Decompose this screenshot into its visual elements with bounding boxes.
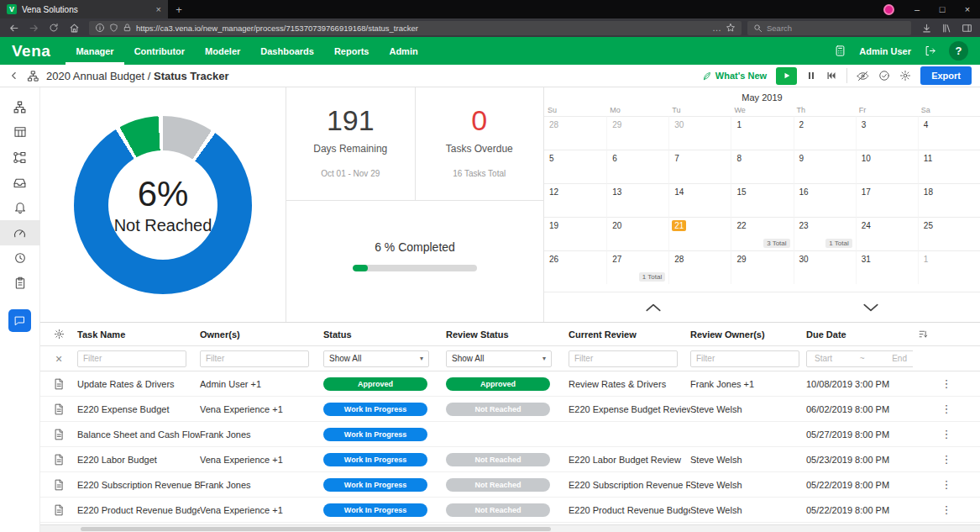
calendar-expand-button[interactable]: [763, 292, 980, 322]
maximize-button[interactable]: □: [930, 0, 955, 18]
row-menu-kebab-icon[interactable]: ⋮: [941, 504, 952, 515]
calendar-day-cell[interactable]: 24: [856, 217, 918, 250]
nav-item-manager[interactable]: Manager: [66, 37, 123, 65]
column-header-status[interactable]: Status: [323, 329, 446, 340]
column-header-owners[interactable]: Owner(s): [200, 329, 323, 340]
back-button[interactable]: [4, 20, 23, 35]
calendar-day-cell[interactable]: 3: [856, 116, 918, 150]
calendar-day-cell[interactable]: 231 Total: [794, 217, 856, 250]
calendar-collapse-button[interactable]: [544, 292, 763, 322]
nav-item-modeler[interactable]: Modeler: [195, 37, 250, 65]
horizontal-scrollbar[interactable]: [40, 524, 980, 532]
calendar-day-cell[interactable]: 6: [606, 150, 668, 183]
reload-button[interactable]: [45, 20, 63, 35]
nav-item-reports[interactable]: Reports: [324, 37, 380, 65]
search-bar[interactable]: [747, 21, 911, 35]
calendar-day-cell[interactable]: 5: [544, 150, 606, 183]
calendar-day-cell[interactable]: 9: [794, 150, 856, 183]
calendar-day-cell[interactable]: 20: [606, 217, 668, 250]
logout-button[interactable]: [924, 45, 936, 57]
vena-logo[interactable]: Vena: [12, 42, 50, 61]
account-avatar[interactable]: [883, 4, 894, 15]
calendar-day-cell[interactable]: 15: [731, 183, 793, 217]
calendar-day-cell[interactable]: 21: [668, 217, 731, 250]
minimize-button[interactable]: –: [904, 0, 930, 18]
calendar-day-cell[interactable]: 19: [544, 217, 606, 250]
calendar-day-cell[interactable]: 13: [606, 183, 668, 217]
row-menu-kebab-icon[interactable]: ⋮: [941, 479, 952, 490]
settings-button[interactable]: [899, 70, 911, 82]
calendar-day-cell[interactable]: 30: [794, 250, 856, 284]
sort-button[interactable]: [918, 329, 929, 340]
info-icon[interactable]: [95, 23, 105, 33]
sidebar-item-alerts[interactable]: [0, 195, 40, 220]
task-name-filter-input[interactable]: [77, 350, 186, 367]
task-row[interactable]: E220 Product Revenue BudgetVena Experien…: [40, 498, 980, 523]
new-tab-button[interactable]: +: [168, 0, 190, 18]
task-row[interactable]: E220 Labor BudgetVena Experience +1Work …: [40, 447, 980, 472]
browser-tab[interactable]: V Vena Solutions ×: [0, 0, 168, 18]
page-actions-icon[interactable]: …: [712, 24, 721, 33]
library-button[interactable]: [937, 20, 956, 35]
home-button[interactable]: [65, 20, 83, 35]
whats-new-link[interactable]: What's New: [702, 71, 767, 81]
page-back-button[interactable]: [8, 70, 20, 82]
sidebar-item-status-tracker[interactable]: [0, 220, 40, 245]
current-review-filter-input[interactable]: [569, 350, 678, 367]
review-status-filter-select[interactable]: Show All ▾: [446, 350, 552, 367]
calendar-day-cell[interactable]: 29: [731, 250, 793, 284]
hide-tasks-button[interactable]: [857, 70, 869, 82]
calendar-day-cell[interactable]: 31: [856, 250, 918, 284]
calendar-day-cell[interactable]: 16: [794, 183, 856, 217]
pause-button[interactable]: [806, 71, 816, 81]
file-icon[interactable]: [53, 454, 65, 466]
url-text[interactable]: https://ca3.vena.io/new_manager/process/…: [136, 24, 708, 33]
review-owner-filter-input[interactable]: [690, 350, 799, 367]
bookmark-star-icon[interactable]: [726, 23, 736, 33]
column-header-review-status[interactable]: Review Status: [446, 329, 569, 340]
calendar-day-cell[interactable]: 14: [668, 183, 731, 217]
sidebar-item-history[interactable]: [0, 245, 40, 271]
task-row[interactable]: E220 Expense BudgetVena Experience +1Wor…: [40, 397, 980, 422]
calendar-day-cell[interactable]: 10: [856, 150, 918, 183]
calendar-day-cell[interactable]: 8: [731, 150, 793, 183]
shield-icon[interactable]: [109, 23, 118, 33]
row-menu-kebab-icon[interactable]: ⋮: [941, 429, 952, 440]
calendar-total-badge[interactable]: 1 Total: [825, 239, 852, 248]
close-button[interactable]: ×: [955, 0, 980, 18]
scrollbar-thumb[interactable]: [81, 527, 551, 531]
column-header-review-owners[interactable]: Review Owner(s): [690, 329, 806, 340]
row-menu-kebab-icon[interactable]: ⋮: [941, 378, 952, 389]
task-row[interactable]: E220 Subscription Revenue Bu...Frank Jon…: [40, 472, 980, 498]
help-button[interactable]: ?: [949, 41, 968, 61]
export-button[interactable]: Export: [920, 66, 972, 85]
sidebar-item-workflow[interactable]: [0, 145, 40, 170]
nav-item-dashboards[interactable]: Dashboards: [250, 37, 324, 65]
calendar-day-cell[interactable]: 25: [918, 217, 980, 250]
file-icon[interactable]: [53, 378, 65, 390]
row-menu-kebab-icon[interactable]: ⋮: [941, 454, 952, 465]
url-bar[interactable]: https://ca3.vena.io/new_manager/process/…: [89, 21, 742, 35]
due-date-range-filter[interactable]: Start ~ End: [806, 350, 913, 367]
nav-item-contributor[interactable]: Contributor: [124, 37, 195, 65]
search-input[interactable]: [767, 24, 905, 33]
status-filter-select[interactable]: Show All ▾: [323, 350, 429, 367]
sidebar-item-hierarchy[interactable]: [0, 94, 40, 119]
feedback-button[interactable]: [8, 309, 31, 332]
calendar-day-cell[interactable]: 1: [731, 116, 793, 150]
status-donut-chart[interactable]: 6% Not Reached: [74, 116, 252, 294]
nav-item-admin[interactable]: Admin: [379, 37, 427, 65]
column-header-current-review[interactable]: Current Review: [569, 329, 690, 340]
play-button[interactable]: [776, 67, 797, 85]
file-icon[interactable]: [53, 504, 65, 516]
device-button[interactable]: [834, 45, 846, 57]
calendar-day-cell[interactable]: 7: [668, 150, 731, 183]
tab-close-icon[interactable]: ×: [156, 4, 161, 14]
calendar-day-cell[interactable]: 271 Total: [606, 250, 668, 284]
column-header-task-name[interactable]: Task Name: [77, 329, 200, 340]
sidebar-item-files[interactable]: [0, 170, 40, 195]
calendar-day-cell[interactable]: 30: [668, 116, 731, 150]
calendar-day-cell[interactable]: 26: [544, 250, 606, 284]
sidebar-item-templates[interactable]: [0, 119, 40, 145]
calendar-day-cell[interactable]: 2: [794, 116, 856, 150]
